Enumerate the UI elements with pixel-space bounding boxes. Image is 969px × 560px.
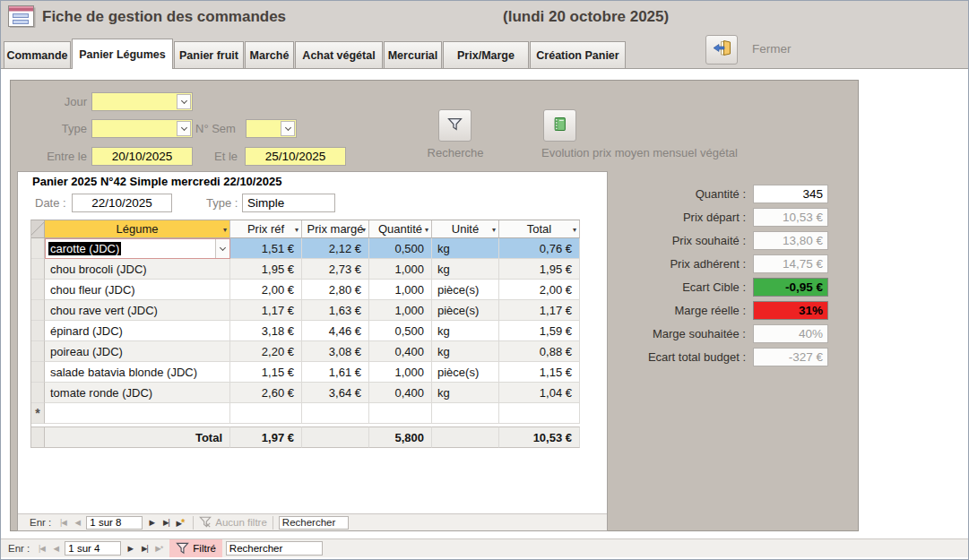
column-dropdown-icon[interactable]: ▾ (362, 225, 366, 233)
cell-prix-ref[interactable]: 1,17 € (230, 300, 302, 321)
new-record-selector[interactable]: * (31, 403, 45, 424)
row-selector[interactable] (31, 341, 45, 362)
cell-quantite[interactable]: 1,000 (369, 280, 432, 300)
tab-mercurial[interactable]: Mercurial (384, 41, 442, 68)
search-button[interactable] (438, 109, 472, 142)
sem-combo[interactable] (246, 119, 297, 138)
cell-total[interactable] (499, 403, 580, 424)
column-dropdown-icon[interactable]: ▾ (223, 225, 227, 233)
cell-unite[interactable]: kg (432, 238, 499, 259)
next-record-button[interactable]: ▶ (144, 518, 159, 527)
cell-legume[interactable]: chou fleur (JDC) (45, 280, 230, 300)
row-selector[interactable] (31, 362, 45, 383)
cell-quantite[interactable]: 0,400 (369, 383, 432, 403)
tab-march-[interactable]: Marché (245, 41, 294, 68)
cell-legume[interactable]: salade batavia blonde (JDC) (45, 362, 230, 383)
cell-prix-ref[interactable]: 1,95 € (230, 259, 302, 280)
cell-quantite[interactable]: 1,000 (369, 362, 432, 383)
filtered-button[interactable]: Filtré (169, 539, 222, 557)
chevron-down-icon[interactable] (177, 121, 191, 136)
tab-achat-v-g-tal[interactable]: Achat végétal (295, 41, 383, 68)
first-record-button[interactable]: |◀ (56, 518, 70, 527)
last-record-button[interactable]: ▶| (159, 518, 173, 527)
row-selector[interactable] (31, 300, 45, 321)
cell-prix-ref[interactable]: 2,00 € (230, 280, 302, 300)
cell-quantite[interactable]: 0,500 (369, 321, 432, 341)
cell-legume[interactable]: épinard (JDC) (45, 321, 230, 341)
type-combo[interactable] (91, 119, 193, 138)
no-filter-button[interactable]: Aucun filtre (215, 517, 267, 528)
cell-unite[interactable] (432, 403, 499, 424)
cell-legume[interactable]: chou brocoli (JDC) (45, 259, 230, 280)
cell-quantite[interactable]: 1,000 (369, 300, 432, 321)
row-selector[interactable] (31, 383, 45, 403)
column-header-unite[interactable]: Unité▾ (432, 220, 499, 238)
cell-prix-ref[interactable]: 2,20 € (230, 341, 302, 362)
et-le-input[interactable] (245, 147, 346, 166)
cell-unite[interactable]: pièce(s) (432, 362, 499, 383)
previous-record-button[interactable]: ◀ (70, 518, 84, 527)
close-button[interactable] (705, 35, 738, 65)
column-header-legume[interactable]: Légume▾ (45, 220, 230, 238)
column-dropdown-icon[interactable]: ▾ (492, 225, 496, 233)
cell-total[interactable]: 1,04 € (499, 383, 580, 403)
quantite-value[interactable]: 345 (753, 185, 828, 203)
column-header-prix-marge[interactable]: Prix margé▾ (302, 220, 369, 238)
row-selector[interactable] (31, 280, 45, 300)
cell-legume[interactable]: tomate ronde (JDC) (45, 383, 230, 403)
cell-prix-marge[interactable]: 2,12 € (302, 238, 369, 259)
evolution-button[interactable] (543, 109, 576, 142)
main-search-input[interactable] (226, 541, 323, 556)
cell-prix-marge[interactable]: 2,73 € (302, 259, 369, 280)
cell-prix-ref[interactable] (230, 403, 302, 424)
previous-record-button[interactable]: ◀ (48, 544, 63, 553)
column-dropdown-icon[interactable]: ▾ (295, 225, 298, 233)
jour-combo[interactable] (91, 92, 193, 111)
cell-unite[interactable]: kg (432, 383, 499, 403)
first-record-button[interactable]: |◀ (34, 544, 48, 553)
tab-commande[interactable]: Commande (4, 41, 71, 68)
row-selector[interactable] (31, 238, 45, 259)
cell-unite[interactable]: kg (432, 341, 499, 362)
cell-prix-marge[interactable]: 1,61 € (302, 362, 369, 383)
cell-legume[interactable] (45, 403, 230, 424)
legume-combo[interactable]: carotte (JDC) (45, 238, 230, 259)
cell-unite[interactable]: pièce(s) (432, 280, 499, 300)
cell-quantite[interactable]: 0,400 (369, 341, 432, 362)
last-record-button[interactable]: ▶| (137, 544, 151, 553)
cell-unite[interactable]: kg (432, 321, 499, 341)
chevron-down-icon[interactable] (215, 239, 229, 258)
next-record-button[interactable]: ▶ (123, 544, 137, 553)
cell-legume[interactable]: poireau (JDC) (45, 341, 230, 362)
cell-quantite[interactable] (369, 403, 432, 424)
cell-prix-marge[interactable]: 1,63 € (302, 300, 369, 321)
new-record-button[interactable]: ▶* (173, 517, 187, 528)
new-record-row[interactable]: * (31, 403, 580, 424)
cell-legume[interactable]: chou rave vert (JDC) (45, 300, 230, 321)
chevron-down-icon[interactable] (281, 121, 295, 136)
cell-prix-ref[interactable]: 2,60 € (230, 383, 302, 403)
column-header-quantite[interactable]: Quantité▾ (369, 220, 432, 238)
column-header-prix-ref[interactable]: Prix réf▾ (230, 220, 302, 238)
row-selector[interactable] (31, 259, 45, 280)
cell-prix-ref[interactable]: 1,51 € (230, 238, 302, 259)
new-record-button[interactable]: ▶* (151, 544, 166, 553)
cell-prix-ref[interactable]: 3,18 € (230, 321, 302, 341)
tab-panier-fruit[interactable]: Panier fruit (174, 41, 244, 68)
tab-prix-marge[interactable]: Prix/Marge (443, 41, 529, 68)
cell-prix-marge[interactable] (302, 403, 369, 424)
date-input[interactable] (72, 194, 172, 212)
record-position-box[interactable] (65, 541, 121, 556)
subform-search-input[interactable] (279, 516, 349, 530)
cell-quantite[interactable]: 1,000 (369, 259, 432, 280)
cell-prix-marge[interactable]: 3,08 € (302, 341, 369, 362)
cell-prix-marge[interactable]: 3,64 € (302, 383, 369, 403)
cell-prix-marge[interactable]: 4,46 € (302, 321, 369, 341)
panier-type-input[interactable] (242, 194, 335, 212)
cell-prix-marge[interactable]: 2,80 € (302, 280, 369, 300)
row-selector[interactable] (31, 321, 45, 341)
entre-le-input[interactable] (91, 147, 193, 166)
record-position-box[interactable] (86, 516, 143, 530)
datasheet-corner-cell[interactable] (31, 220, 45, 238)
chevron-down-icon[interactable] (177, 94, 191, 109)
